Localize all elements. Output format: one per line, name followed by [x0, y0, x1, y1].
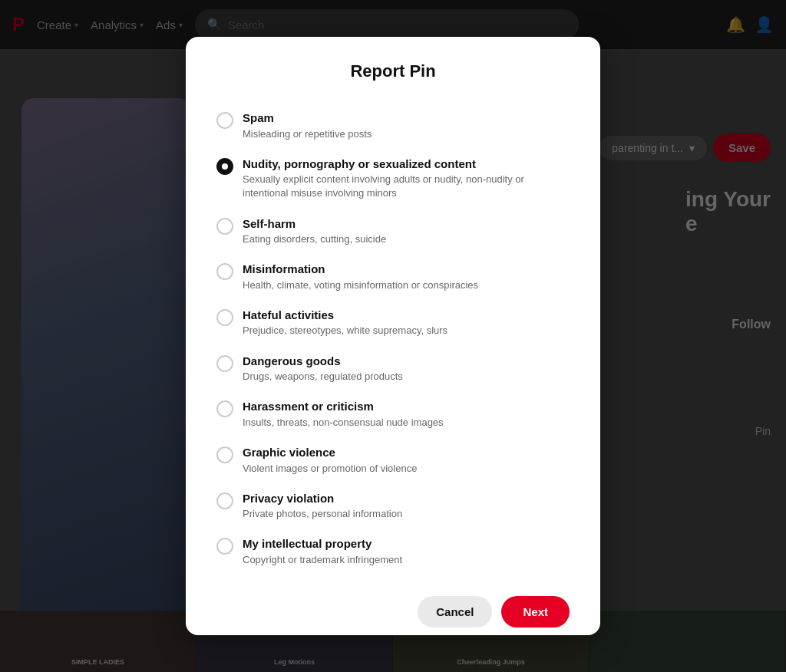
radio-privacy[interactable] — [216, 492, 233, 509]
option-item-misinformation[interactable]: MisinformationHealth, climate, voting mi… — [216, 254, 570, 300]
option-desc-graphic-violence: Violent images or promotion of violence — [243, 462, 417, 476]
option-item-spam[interactable]: SpamMisleading or repetitive posts — [216, 103, 570, 149]
option-item-dangerous[interactable]: Dangerous goodsDrugs, weapons, regulated… — [216, 346, 570, 392]
radio-self-harm[interactable] — [216, 218, 233, 235]
radio-nudity[interactable] — [216, 158, 233, 175]
option-desc-dangerous: Drugs, weapons, regulated products — [243, 370, 403, 384]
option-label-hateful: Hateful activities — [243, 308, 447, 323]
report-pin-modal: Report Pin SpamMisleading or repetitive … — [186, 37, 600, 635]
modal-title: Report Pin — [216, 61, 570, 81]
option-desc-intellectual-property: Copyright or trademark infringement — [243, 553, 402, 567]
option-label-nudity: Nudity, pornography or sexualized conten… — [243, 156, 570, 172]
modal-footer: Cancel Next — [216, 596, 570, 628]
option-item-hateful[interactable]: Hateful activitiesPrejudice, stereotypes… — [216, 300, 570, 346]
option-label-self-harm: Self-harm — [243, 216, 386, 232]
radio-misinformation[interactable] — [216, 263, 233, 280]
option-desc-spam: Misleading or repetitive posts — [243, 127, 372, 141]
option-label-spam: Spam — [243, 110, 372, 126]
option-desc-privacy: Private photos, personal information — [243, 507, 402, 521]
radio-harassment[interactable] — [216, 400, 233, 417]
option-desc-harassment: Insults, threats, non-consensual nude im… — [243, 416, 444, 430]
radio-spam[interactable] — [216, 112, 233, 129]
radio-graphic-violence[interactable] — [216, 446, 233, 463]
option-desc-nudity: Sexually explicit content involving adul… — [243, 173, 570, 200]
option-item-nudity[interactable]: Nudity, pornography or sexualized conten… — [216, 149, 570, 209]
radio-hateful[interactable] — [216, 309, 233, 326]
option-item-graphic-violence[interactable]: Graphic violenceViolent images or promot… — [216, 437, 570, 483]
radio-dangerous[interactable] — [216, 355, 233, 372]
option-item-intellectual-property[interactable]: My intellectual propertyCopyright or tra… — [216, 529, 570, 575]
next-button[interactable]: Next — [501, 596, 570, 628]
option-item-privacy[interactable]: Privacy violationPrivate photos, persona… — [216, 483, 570, 529]
option-desc-hateful: Prejudice, stereotypes, white supremacy,… — [243, 324, 447, 338]
option-label-harassment: Harassment or criticism — [243, 399, 444, 414]
option-label-intellectual-property: My intellectual property — [243, 536, 402, 552]
option-item-harassment[interactable]: Harassment or criticismInsults, threats,… — [216, 391, 570, 437]
radio-intellectual-property[interactable] — [216, 538, 233, 555]
option-label-graphic-violence: Graphic violence — [243, 445, 417, 460]
option-label-privacy: Privacy violation — [243, 491, 402, 506]
report-options: SpamMisleading or repetitive postsNudity… — [216, 103, 570, 575]
option-item-self-harm[interactable]: Self-harmEating disorders, cutting, suic… — [216, 209, 570, 255]
option-desc-misinformation: Health, climate, voting misinformation o… — [243, 278, 478, 292]
cancel-button[interactable]: Cancel — [418, 596, 492, 628]
modal-overlay: Report Pin SpamMisleading or repetitive … — [0, 0, 786, 672]
option-desc-self-harm: Eating disorders, cutting, suicide — [243, 232, 386, 246]
option-label-misinformation: Misinformation — [243, 262, 478, 277]
option-label-dangerous: Dangerous goods — [243, 354, 403, 369]
